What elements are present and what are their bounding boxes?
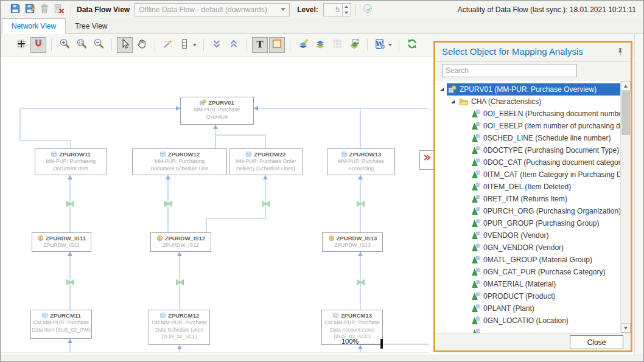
scrollbar-thumb[interactable] <box>621 91 630 135</box>
transformation-icon[interactable] <box>357 198 365 209</box>
tree-row[interactable]: 0PUR_GROUP (Purchasing Group) <box>435 217 620 229</box>
node-ZPURDW12[interactable]: ZPURDW12MM-PUR: PurchasingDocument Sched… <box>132 148 227 175</box>
tree-row[interactable]: 0GN_CAT_PUR (Purchase Category) <box>435 266 620 278</box>
tree-row-content[interactable] <box>471 327 620 333</box>
transformation-icon[interactable] <box>164 198 172 209</box>
tree-row-content[interactable]: 0ITEM_DEL (Item Deleted) <box>471 181 620 193</box>
node-ZPURDW_IS13[interactable]: ZPURDW_IS13ZPURDW_IS13 <box>322 232 383 252</box>
transformation-icon[interactable] <box>176 277 184 288</box>
node-ZPURDW22[interactable]: ZPURDW22MM-PUR: Purchase OrderDelivery (… <box>229 148 303 175</box>
tree-row-content[interactable]: 0ITM_CAT (Item Category in Purchasing Do… <box>471 169 620 181</box>
node-ZPURCM12[interactable]: ZPURCM12CM MM-PUR: PurchaseData Schedule… <box>149 310 210 345</box>
zoom-slider[interactable] <box>357 344 429 344</box>
zoom-slider-thumb[interactable] <box>380 339 383 349</box>
snap-to-grid-button[interactable] <box>30 37 46 53</box>
tree-row-content[interactable]: 0PLANT (Plant) <box>471 302 620 315</box>
tree-row-content[interactable]: 0RET_ITM (Returns Item) <box>471 193 620 205</box>
tree-row-content[interactable]: 0GN_LOCATIO (Location) <box>471 315 620 327</box>
text-button[interactable]: T <box>252 37 268 53</box>
auto-layout-button[interactable] <box>160 37 176 53</box>
pin-icon[interactable] <box>616 47 625 56</box>
tree-row[interactable]: 0OI_EBELN (Purchasing document number) <box>435 108 620 120</box>
tree-row-content[interactable]: 0VENDOR (Vendor) <box>471 229 620 242</box>
save-button[interactable] <box>8 2 23 17</box>
transformation-icon[interactable] <box>66 198 74 209</box>
tree-row[interactable]: 0PLANT (Plant) <box>435 302 620 315</box>
tree-row-content[interactable]: 0GN_VENDOR (Vendor) <box>471 242 620 254</box>
save-as-button[interactable] <box>23 2 37 17</box>
tree-row-content[interactable]: 0DOCTYPE (Purchasing Document Type) <box>471 144 620 156</box>
tree-row-content[interactable]: 0PURCH_ORG (Purchasing Organization) <box>471 205 620 217</box>
vertical-scrollbar[interactable] <box>634 34 644 355</box>
tree-row[interactable]: 0RET_ITM (Returns Item) <box>435 193 620 205</box>
color-grid-button[interactable] <box>329 37 345 53</box>
delete-button[interactable] <box>37 2 52 17</box>
node-ZPURDW13[interactable]: ZPURDW13MM-PUR: PurchaseAccounting <box>327 148 395 175</box>
level-spinner[interactable]: 5 <box>323 3 351 16</box>
tree-row[interactable]: 0ITEM_DEL (Item Deleted) <box>435 181 620 193</box>
tree-row[interactable]: 0PURCH_ORG (Purchasing Organization) <box>435 205 620 217</box>
tree-row[interactable] <box>435 327 620 333</box>
layout-options-button[interactable] <box>177 37 198 53</box>
node-ZPURCM11[interactable]: ZPURCM11CM MM-PUR: PurchaseData Item (2L… <box>30 310 92 339</box>
tree-row[interactable]: CHA (Characteristics) <box>435 96 620 108</box>
tree-row[interactable]: 0DOCTYPE (Purchasing Document Type) <box>435 144 620 156</box>
transformation-icon[interactable] <box>357 277 365 288</box>
tree-row-content[interactable]: 0GN_CAT_PUR (Purchase Category) <box>471 266 620 278</box>
tree-row-content[interactable]: 0OI_EBELN (Purchasing document number) <box>471 108 620 120</box>
spin-up-button[interactable] <box>343 4 351 10</box>
tree-row[interactable]: 0GN_LOCATIO (Location) <box>435 315 620 327</box>
tab-tree-view[interactable]: Tree View <box>66 18 116 33</box>
sync-status-button[interactable] <box>360 2 375 17</box>
word-export-button[interactable]: W <box>373 37 394 53</box>
refresh-button[interactable] <box>404 37 420 53</box>
pointer-button[interactable] <box>117 37 133 53</box>
frame-button[interactable] <box>269 37 285 53</box>
tree-row[interactable]: 0VENDOR (Vendor) <box>435 229 620 242</box>
tree-row-content[interactable]: 0OI_EBELP (Item number of purchasing doc… <box>471 120 620 132</box>
search-input[interactable] <box>442 64 577 77</box>
tree-row[interactable]: 0DOC_CAT (Puchasing document category) <box>435 156 620 169</box>
transformation-icon[interactable] <box>66 277 74 288</box>
expander-icon[interactable] <box>451 100 455 103</box>
layers-button[interactable] <box>312 37 328 53</box>
tree-row[interactable]: 0OI_EBELP (Item number of purchasing doc… <box>435 120 620 132</box>
grid-button[interactable] <box>13 37 29 53</box>
tree-row-content[interactable]: 0DOC_CAT (Puchasing document category) <box>471 156 620 169</box>
node-ZPURDW_IS12[interactable]: ZPURDW_IS12ZPURDW_IS12 <box>150 232 211 252</box>
tree-row[interactable]: 0PRODUCT (Product) <box>435 290 620 302</box>
node-ZPURDW11[interactable]: ZPURDW11MM-PUR: PurchasingDocument Item <box>35 148 107 175</box>
tree-row-content[interactable]: 0PUR_GROUP (Purchasing Group) <box>471 217 620 229</box>
zoom-in-button[interactable] <box>57 37 72 53</box>
tab-network-view[interactable]: Network View <box>2 18 66 34</box>
tree-row-content[interactable]: 0PRODUCT (Product) <box>471 290 620 302</box>
zoom-out-button[interactable] <box>91 37 107 53</box>
node-ZPURDW_IS11[interactable]: ZPURDW_IS11ZPURDW_IS11 <box>32 232 91 252</box>
scroll-down-button[interactable] <box>621 323 631 333</box>
pan-hand-button[interactable] <box>134 37 150 53</box>
expand-all-button[interactable] <box>226 37 242 53</box>
close-button[interactable]: Close <box>570 335 623 349</box>
tree-row[interactable]: 0ITM_CAT (Item Category in Purchasing Do… <box>435 169 620 181</box>
export-image-button[interactable] <box>346 37 362 53</box>
tree-row[interactable]: 0GN_VENDOR (Vendor) <box>435 242 620 254</box>
tree-row[interactable]: ZPURV01 (MM-PUR: Purchase Overview) <box>435 83 620 96</box>
tree-row[interactable]: 0SCHED_LINE (Schedule line number) <box>435 132 620 144</box>
expander-icon[interactable] <box>440 88 444 91</box>
tree-row-content[interactable]: 0MATL_GROUP (Material Group) <box>471 254 620 266</box>
spin-down-button[interactable] <box>343 10 351 16</box>
node-ZPURV01[interactable]: ZPURV01MM-PUR: PurchaseOverview <box>180 97 254 125</box>
scroll-up-button[interactable] <box>621 81 631 91</box>
tree-row-content[interactable]: 0SCHED_LINE (Schedule line number) <box>471 132 620 144</box>
tree-row[interactable]: 0MATL_GROUP (Material Group) <box>435 254 620 266</box>
tree-row-content[interactable]: ZPURV01 (MM-PUR: Purchase Overview) <box>447 83 620 96</box>
zoom-fit-button[interactable] <box>74 37 89 53</box>
remove-data-flow-button[interactable] <box>52 2 66 17</box>
tree-scrollbar[interactable] <box>620 81 631 333</box>
node-partial[interactable] <box>419 150 434 170</box>
collapse-all-button[interactable] <box>209 37 225 53</box>
tree-row-content[interactable]: 0MATERIAL (Material) <box>471 278 620 290</box>
tree-row-content[interactable]: CHA (Characteristics) <box>458 96 620 108</box>
layers-edit-button[interactable] <box>295 37 311 53</box>
transformation-icon[interactable] <box>262 198 270 209</box>
